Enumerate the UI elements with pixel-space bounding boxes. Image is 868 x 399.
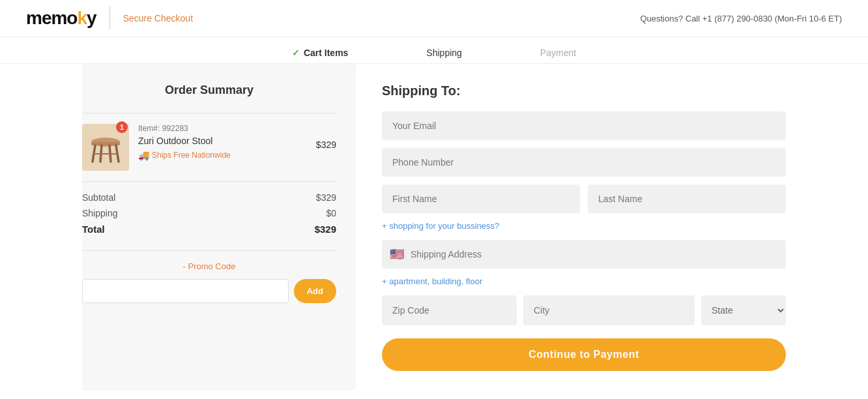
shipping-address-field[interactable]	[382, 240, 786, 269]
subtotal-row: Subtotal $329	[82, 192, 336, 203]
item-badge: 1	[116, 121, 128, 133]
item-shipping: 🚚 Ships Free Nationwide	[138, 150, 307, 160]
shipping-cost-label: Shipping	[82, 208, 118, 218]
step-payment: Payment	[540, 48, 576, 58]
total-row: Total $329	[82, 224, 336, 235]
first-name-field[interactable]	[382, 185, 580, 213]
cart-item: 1 Item#: 992283 Zuri Outdo	[82, 113, 336, 182]
header-divider	[109, 7, 110, 30]
total-value: $329	[315, 224, 336, 235]
city-field[interactable]	[523, 295, 695, 325]
steps-nav: ✓ Cart Items Shipping Payment	[0, 37, 868, 64]
promo-code-input[interactable]	[82, 279, 289, 303]
step-check-icon: ✓	[292, 48, 300, 58]
shipping-free-label: Ships Free Nationwide	[152, 151, 231, 160]
item-number: Item#: 992283	[138, 124, 307, 133]
truck-icon: 🚚	[138, 150, 149, 160]
state-select[interactable]: StateALAKAZARCACOCTDEFLGAHIIDILINIAKSKYL…	[701, 295, 786, 325]
item-price: $329	[316, 140, 336, 150]
step-shipping-label: Shipping	[426, 48, 462, 58]
header: memoky Secure Checkout Questions? Call +…	[0, 0, 868, 37]
email-field[interactable]	[382, 111, 786, 140]
phone-field[interactable]	[382, 148, 786, 177]
promo-add-button[interactable]: Add	[294, 279, 336, 303]
shipping-cost-value: $0	[326, 208, 336, 218]
header-left: memoky Secure Checkout	[26, 7, 193, 30]
shipping-panel: Shipping To: + shopping for your bussine…	[356, 64, 786, 391]
support-text: Questions? Call +1 (877) 290-0830 (Mon-F…	[640, 14, 842, 23]
zip-code-field[interactable]	[382, 295, 517, 325]
last-name-field[interactable]	[588, 185, 786, 213]
main-content: Order Summary 1 I	[43, 64, 825, 391]
promo-input-row: Add	[82, 279, 336, 303]
promo-section: - Promo Code Add	[82, 251, 336, 314]
step-cart-label: Cart Items	[304, 48, 348, 58]
total-label: Total	[82, 224, 105, 235]
business-link[interactable]: + shopping for your bussiness?	[382, 221, 786, 231]
step-shipping[interactable]: Shipping	[426, 48, 462, 58]
shipping-title: Shipping To:	[382, 83, 786, 98]
subtotal-label: Subtotal	[82, 192, 115, 203]
zip-city-state-row: StateALAKAZARCACOCTDEFLGAHIIDILINIAKSKYL…	[382, 295, 786, 325]
logo-dot: k	[77, 8, 87, 28]
stool-illustration	[86, 128, 125, 167]
order-summary-panel: Order Summary 1 I	[82, 64, 356, 391]
order-summary-title: Order Summary	[82, 83, 336, 97]
name-row	[382, 185, 786, 213]
item-details: Item#: 992283 Zuri Outdoor Stool 🚚 Ships…	[138, 124, 307, 160]
item-name: Zuri Outdoor Stool	[138, 136, 307, 146]
continue-button[interactable]: Continue to Payment	[382, 338, 786, 371]
step-payment-label: Payment	[540, 48, 576, 58]
us-flag-icon: 🇺🇸	[390, 247, 404, 261]
subtotal-value: $329	[316, 192, 336, 203]
logo: memoky	[26, 8, 96, 29]
apartment-link[interactable]: + apartment, building, floor	[382, 276, 786, 286]
step-cart-items[interactable]: ✓ Cart Items	[292, 48, 348, 58]
secure-checkout-link[interactable]: Secure Checkout	[123, 13, 193, 23]
address-field-wrapper: 🇺🇸	[382, 240, 786, 269]
totals-section: Subtotal $329 Shipping $0 Total $329	[82, 182, 336, 251]
promo-toggle[interactable]: - Promo Code	[82, 261, 336, 271]
shipping-row: Shipping $0	[82, 208, 336, 218]
